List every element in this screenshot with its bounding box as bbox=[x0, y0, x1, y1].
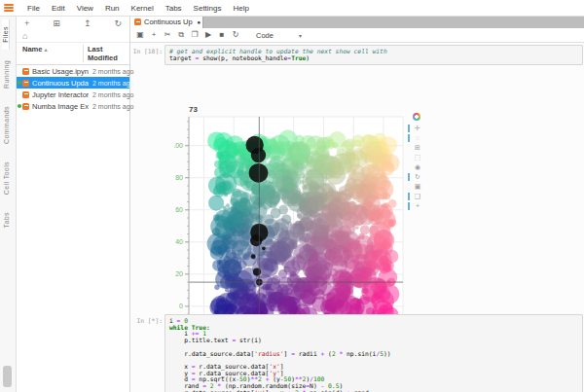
file-modified: 2 months ago bbox=[89, 103, 133, 110]
box-zoom-tool[interactable]: ⊞ bbox=[410, 143, 425, 153]
menu-items: FileEditViewRunKernelTabsSettingsHelp bbox=[21, 4, 255, 13]
reset-tool[interactable]: ↻ bbox=[410, 172, 425, 182]
kernel-running-dot-icon bbox=[18, 81, 21, 85]
save-tool[interactable]: ▣ bbox=[410, 182, 425, 192]
new-launcher-icon[interactable]: + bbox=[24, 18, 29, 28]
menu-edit[interactable]: Edit bbox=[46, 4, 71, 13]
menu-bar: FileEditViewRunKernelTabsSettingsHelp bbox=[0, 0, 584, 17]
file-modified: 2 months ago bbox=[89, 91, 133, 98]
file-name: Continuous Updating... bbox=[32, 79, 89, 88]
sidebar-tab-commands[interactable]: Commands bbox=[3, 99, 10, 151]
kernel-running-dot-icon bbox=[18, 104, 21, 108]
cell-prompt: In [18]: bbox=[130, 45, 164, 65]
file-browser-toolbar: +⊞↥↻ bbox=[17, 16, 129, 30]
breadcrumb[interactable]: ⌂ bbox=[17, 30, 129, 43]
chevron-down-icon: ▾ bbox=[299, 32, 302, 39]
unsaved-changes-dot-icon[interactable]: ● bbox=[197, 19, 201, 25]
dock-tab-bar: Continuous Up ● bbox=[130, 16, 584, 29]
restart-kernel-icon[interactable]: ↻ bbox=[229, 30, 242, 40]
cell-editor[interactable]: # get and explicit handle to update the … bbox=[164, 45, 583, 65]
upload-icon[interactable]: ↥ bbox=[84, 18, 91, 28]
home-icon[interactable]: ⌂ bbox=[22, 31, 27, 41]
menu-settings[interactable]: Settings bbox=[188, 4, 228, 13]
jupyterlab-window: FileEditViewRunKernelTabsSettingsHelp Fi… bbox=[0, 0, 584, 392]
lasso-select-tool[interactable]: ◌ bbox=[410, 133, 425, 143]
sidebar-tab-files[interactable]: Files bbox=[2, 19, 10, 50]
notebook-tab[interactable]: Continuous Up ● bbox=[130, 16, 203, 28]
copy-cells-icon[interactable]: ⧉ bbox=[174, 30, 188, 40]
cell-prompt: In [*]: bbox=[130, 314, 164, 392]
add-cell-icon[interactable]: + bbox=[147, 30, 161, 40]
pan-tool[interactable]: ✛ bbox=[410, 124, 425, 133]
code-cell[interactable]: In [*]:i = 0while True: i += 1 p.title.t… bbox=[130, 314, 584, 392]
file-modified: 2 months ago bbox=[89, 68, 133, 75]
file-list-item[interactable]: Continuous Updating...2 months ago bbox=[17, 77, 129, 89]
column-header-name[interactable]: Name ▴ bbox=[17, 45, 83, 62]
menu-view[interactable]: View bbox=[71, 4, 99, 13]
sidebar-scrollbar-thumb[interactable] bbox=[3, 366, 12, 387]
svg-text:20: 20 bbox=[175, 270, 183, 277]
plot-title: 73 bbox=[189, 105, 198, 114]
box-select-tool[interactable]: ⬚ bbox=[410, 153, 425, 162]
file-name: Jupyter Interactors.ip... bbox=[32, 90, 89, 99]
notebook-file-icon bbox=[22, 80, 29, 87]
bokeh-logo-icon[interactable] bbox=[413, 113, 420, 121]
cell-type-dropdown[interactable]: Code bbox=[256, 31, 274, 40]
notebook-content: In [18]:# get and explicit handle to upd… bbox=[130, 43, 584, 392]
new-folder-icon[interactable]: ⊞ bbox=[53, 18, 60, 28]
wheel-zoom-tool[interactable]: ◉ bbox=[410, 162, 425, 172]
save-icon[interactable]: ▣ bbox=[133, 30, 147, 40]
file-list-item[interactable]: Numba Image Examp...2 months ago bbox=[17, 100, 129, 112]
bokeh-toolbar: ✛◌⊞⬚◉↻▣❑+ bbox=[410, 113, 425, 211]
stop-kernel-icon[interactable]: ■ bbox=[215, 30, 229, 40]
jupyter-menu-icon[interactable] bbox=[4, 4, 14, 12]
run-cell-icon[interactable]: ▶ bbox=[201, 30, 215, 40]
svg-text:80: 80 bbox=[175, 174, 183, 181]
notebook-file-icon bbox=[22, 103, 29, 110]
menu-kernel[interactable]: Kernel bbox=[126, 4, 160, 13]
svg-text:40: 40 bbox=[175, 238, 183, 245]
svg-text:100: 100 bbox=[174, 142, 183, 149]
sort-caret-icon: ▴ bbox=[45, 47, 48, 53]
notebook-file-icon bbox=[22, 68, 29, 75]
file-list-header: Name ▴ Last Modified bbox=[17, 43, 129, 65]
menu-run[interactable]: Run bbox=[99, 4, 126, 13]
file-name: Basic Usage.ipynb bbox=[32, 67, 89, 76]
notebook-file-icon bbox=[22, 91, 29, 98]
notebook-tab-label: Continuous Up bbox=[144, 18, 195, 26]
sidebar-tab-tabs[interactable]: Tabs bbox=[3, 205, 10, 234]
svg-text:0: 0 bbox=[179, 303, 183, 309]
hover-tool[interactable]: ❑ bbox=[410, 192, 425, 201]
sidebar-tab-strip: FilesRunningCommandsCell ToolsTabs bbox=[0, 16, 17, 392]
notebook-toolbar: ▣+✂⧉❐▶■↻ Code ▾ bbox=[130, 28, 584, 43]
file-list-item[interactable]: Jupyter Interactors.ip...2 months ago bbox=[17, 89, 129, 100]
menu-help[interactable]: Help bbox=[228, 4, 255, 13]
crosshair-tool[interactable]: + bbox=[410, 201, 425, 211]
svg-text:60: 60 bbox=[175, 206, 183, 213]
file-browser-panel: +⊞↥↻ ⌂ Name ▴ Last Modified Basic Usage.… bbox=[17, 16, 130, 392]
column-header-last-modified[interactable]: Last Modified bbox=[83, 45, 129, 62]
file-list-item[interactable]: Basic Usage.ipynb2 months ago bbox=[17, 65, 129, 77]
notebook-icon bbox=[134, 18, 141, 25]
refresh-icon[interactable]: ↻ bbox=[114, 18, 122, 28]
menu-file[interactable]: File bbox=[21, 4, 46, 13]
cut-cells-icon[interactable]: ✂ bbox=[161, 30, 174, 40]
main-area: Continuous Up ● ▣+✂⧉❐▶■↻ Code ▾ In [18]:… bbox=[130, 16, 584, 392]
file-modified: 2 months ago bbox=[89, 80, 133, 87]
paste-cells-icon[interactable]: ❐ bbox=[188, 30, 201, 40]
cell-editor[interactable]: i = 0while True: i += 1 p.title.text = s… bbox=[164, 314, 583, 392]
sidebar-tab-running[interactable]: Running bbox=[3, 53, 10, 95]
menu-tabs[interactable]: Tabs bbox=[160, 4, 188, 13]
code-cell[interactable]: In [18]:# get and explicit handle to upd… bbox=[130, 45, 584, 65]
sidebar-tab-cell-tools[interactable]: Cell Tools bbox=[3, 155, 10, 201]
file-name: Numba Image Examp... bbox=[32, 102, 89, 111]
